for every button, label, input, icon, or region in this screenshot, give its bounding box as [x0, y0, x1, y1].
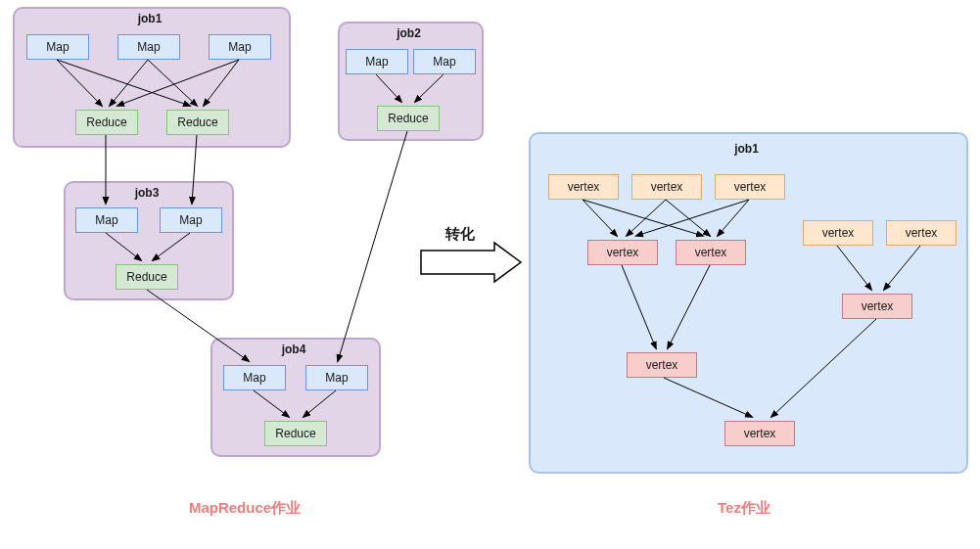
job4-map-2: Map — [305, 365, 368, 390]
job1-map-3: Map — [209, 34, 271, 60]
tez-pink-2: vertex — [676, 240, 746, 265]
job1-title: job1 — [13, 12, 287, 25]
tez-orange-5: vertex — [886, 220, 957, 246]
job4-map-1: Map — [223, 365, 286, 390]
tez-orange-4: vertex — [803, 220, 873, 246]
job1-reduce-2: Reduce — [166, 110, 229, 135]
tez-pink-1: vertex — [587, 240, 658, 265]
job3-title: job3 — [64, 186, 230, 200]
job4-title: job4 — [210, 343, 377, 356]
job1-map-2: Map — [117, 34, 180, 60]
tez-orange-1: vertex — [548, 174, 619, 200]
tez-pink-4: vertex — [627, 352, 697, 378]
tez-job-title: job1 — [529, 142, 964, 156]
job1-reduce-1: Reduce — [75, 110, 138, 135]
caption-left: MapReduce作业 — [147, 499, 343, 518]
transform-label: 转化 — [431, 225, 490, 244]
caption-right: Tez作业 — [656, 499, 832, 518]
job3-map-1: Map — [75, 207, 138, 233]
job3-reduce: Reduce — [116, 264, 178, 290]
job3-map-2: Map — [160, 207, 222, 233]
job4-reduce: Reduce — [264, 421, 327, 446]
job2-reduce: Reduce — [377, 106, 440, 131]
job2-title: job2 — [338, 26, 480, 40]
job2-map-1: Map — [346, 49, 408, 74]
tez-pink-5: vertex — [724, 421, 795, 446]
job1-container — [13, 7, 291, 148]
svg-line-14 — [338, 131, 407, 361]
tez-pink-3: vertex — [842, 294, 912, 319]
job2-map-2: Map — [413, 49, 476, 74]
tez-orange-3: vertex — [715, 174, 785, 200]
tez-orange-2: vertex — [631, 174, 702, 200]
job1-map-1: Map — [26, 34, 89, 60]
